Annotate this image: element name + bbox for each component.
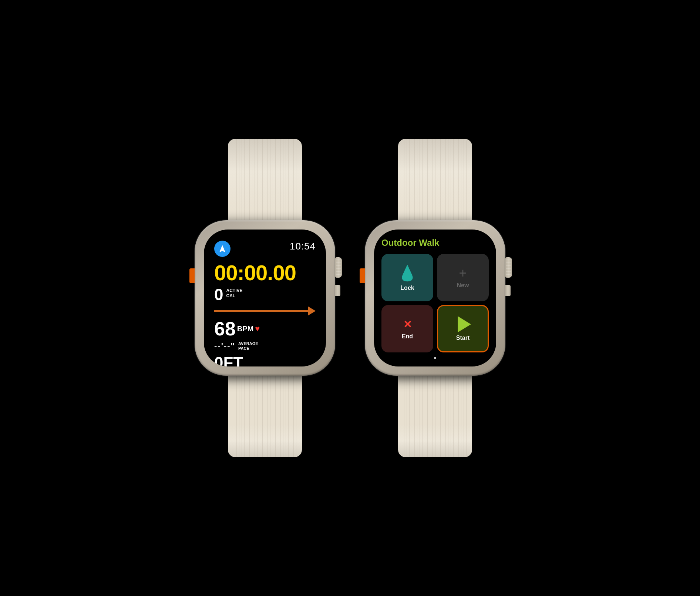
drop-svg xyxy=(400,264,414,282)
plus-icon xyxy=(456,267,470,280)
timer-row: 00:00.00 xyxy=(214,262,316,284)
end-button[interactable]: End xyxy=(381,305,433,352)
new-label: New xyxy=(457,282,469,289)
watch-left: 10:54 00:00.00 0 ACTIVECAL 68 BPM ♥ xyxy=(195,139,335,457)
pace-dashes: --'--" xyxy=(214,341,235,351)
workout-screen: 10:54 00:00.00 0 ACTIVECAL 68 BPM ♥ xyxy=(204,230,326,366)
band-bottom-left xyxy=(228,376,302,457)
watch-button-right[interactable] xyxy=(505,285,511,296)
watch-right: Outdoor Walk Lock New xyxy=(365,139,505,457)
watch-crown-left[interactable] xyxy=(335,257,342,278)
lock-button[interactable]: Lock xyxy=(381,254,433,301)
start-label: Start xyxy=(456,335,470,341)
calories-row: 0 ACTIVECAL xyxy=(214,287,316,303)
bpm-number: 68 xyxy=(214,319,236,338)
pace-label: AVERAGEPACE xyxy=(238,341,258,351)
watch-button-left[interactable] xyxy=(335,285,340,296)
watch-crown-right[interactable] xyxy=(505,257,512,278)
watch-screen-right: Outdoor Walk Lock New xyxy=(374,230,496,366)
workout-header: 10:54 xyxy=(214,241,316,257)
new-button[interactable]: New xyxy=(437,254,489,301)
arrow-line xyxy=(214,310,308,312)
dot-single xyxy=(434,357,436,359)
band-bottom-right xyxy=(398,376,472,457)
band-top-left xyxy=(228,139,302,220)
arrow-icon xyxy=(218,244,227,253)
time-display: 10:54 xyxy=(290,241,316,252)
watch-body-left: 10:54 00:00.00 0 ACTIVECAL 68 BPM ♥ xyxy=(195,220,335,376)
watch-screen-left: 10:54 00:00.00 0 ACTIVECAL 68 BPM ♥ xyxy=(204,230,326,366)
bpm-row: 68 BPM ♥ xyxy=(214,319,316,338)
calories-label: ACTIVECAL xyxy=(226,288,242,299)
workout-title: Outdoor Walk xyxy=(381,238,489,248)
page-dots-right xyxy=(381,357,489,359)
heart-icon: ♥ xyxy=(255,324,260,334)
band-top-right xyxy=(398,139,472,220)
timer-value: 00:00.00 xyxy=(214,262,316,284)
pace-row: --'--" AVERAGEPACE xyxy=(214,341,316,351)
play-icon xyxy=(458,316,471,332)
watch-orange-button-right[interactable] xyxy=(360,268,365,283)
bpm-label: BPM xyxy=(237,325,253,333)
arrow-row xyxy=(214,307,316,315)
distance-value: 0FT xyxy=(214,355,316,366)
buttons-grid: Lock New End Start xyxy=(381,254,489,352)
calories-number: 0 xyxy=(214,287,223,303)
water-drop-icon xyxy=(400,264,414,282)
lock-label: Lock xyxy=(400,285,414,291)
start-button[interactable]: Start xyxy=(437,305,489,352)
watch-orange-button-left[interactable] xyxy=(189,268,195,283)
distance-row: 0FT xyxy=(214,355,316,366)
navigation-icon xyxy=(214,241,230,257)
controls-screen: Outdoor Walk Lock New xyxy=(374,230,496,366)
x-icon xyxy=(401,318,414,331)
end-label: End xyxy=(402,333,413,340)
arrow-head-icon xyxy=(308,307,316,315)
watch-body-right: Outdoor Walk Lock New xyxy=(365,220,505,376)
